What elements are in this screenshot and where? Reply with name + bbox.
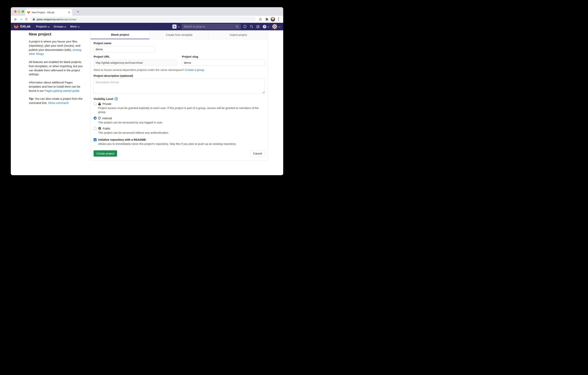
tip-paragraph: Tip: You can also create a project from …	[29, 97, 83, 105]
nav-menu-groups[interactable]: Groups	[52, 23, 68, 30]
search-placeholder: Search or jump to...	[184, 25, 236, 28]
readme-checkbox[interactable]	[94, 138, 97, 141]
tab-close-icon[interactable]: ✕	[68, 11, 70, 14]
page-title: New project	[29, 32, 83, 36]
project-url-input[interactable]	[94, 60, 177, 66]
user-menu[interactable]	[272, 24, 280, 29]
pages-paragraph: Information about additional Pages templ…	[29, 80, 83, 93]
back-icon[interactable]	[13, 17, 18, 22]
public-description: The project can be accessed without any …	[98, 131, 263, 135]
visibility-option-public: Public The project can be accessed witho…	[94, 127, 265, 135]
reload-icon[interactable]	[24, 17, 29, 22]
browser-menu-icon[interactable]	[276, 18, 281, 21]
tab-create-from-template[interactable]: Create from template	[149, 30, 209, 39]
cancel-button[interactable]: Cancel	[250, 150, 265, 157]
window-controls	[14, 11, 24, 13]
internal-description: The project can be accessed by any logge…	[98, 120, 263, 124]
tab-title: New Project · GitLab	[32, 11, 66, 14]
lock-icon	[98, 102, 101, 105]
fullscreen-window-button[interactable]	[22, 11, 24, 13]
gitlab-logo[interactable]: GitLab	[14, 24, 31, 29]
globe-icon	[98, 127, 101, 130]
help-icon: ?	[263, 25, 266, 28]
project-description-textarea[interactable]	[94, 79, 265, 94]
browser-window: New Project · GitLab ✕ + gitlab.widgetco…	[11, 7, 283, 175]
chevron-down-icon	[278, 26, 280, 27]
page-content: New project A project is where you house…	[11, 30, 283, 175]
internal-label[interactable]: Internal	[102, 117, 112, 120]
resize-grip-icon[interactable]	[262, 91, 264, 93]
url-domain: gitlab.widgetcorp.tech	[37, 18, 61, 21]
minimize-window-button[interactable]	[18, 11, 20, 13]
nav-menu-more[interactable]: More	[68, 23, 82, 30]
public-radio[interactable]	[94, 127, 97, 130]
chevron-down-icon	[267, 26, 269, 27]
sidebar-info-column: New project A project is where you house…	[29, 32, 83, 109]
private-description: Project access must be granted explicitl…	[98, 106, 263, 114]
project-name-label: Project name	[94, 42, 265, 45]
create-group-link[interactable]: Create a group.	[185, 68, 205, 71]
browser-profile-avatar[interactable]	[271, 17, 275, 22]
browser-tab-strip: New Project · GitLab ✕ +	[11, 7, 283, 16]
url-path: /projects/new	[61, 18, 76, 21]
show-command-link[interactable]: Show command	[48, 101, 69, 104]
issues-icon[interactable]	[243, 25, 247, 28]
readme-description: Allows you to immediately clone this pro…	[98, 142, 263, 146]
gitlab-navbar: GitLab Projects Groups More + Search or …	[11, 23, 283, 30]
tab-blank-project[interactable]: Blank project	[91, 30, 149, 39]
address-bar[interactable]: gitlab.widgetcorp.tech/projects/new	[30, 17, 256, 22]
help-menu[interactable]: ?	[263, 25, 269, 28]
visibility-level-label: Visibility Level	[94, 97, 113, 100]
extensions-puzzle-icon[interactable]	[264, 17, 269, 22]
chevron-down-icon	[48, 26, 49, 27]
private-label[interactable]: Private	[103, 102, 111, 105]
shield-icon	[98, 117, 101, 120]
create-project-button[interactable]: Create project	[94, 150, 117, 157]
project-url-label: Project URL	[94, 55, 177, 58]
todo-check-icon[interactable]	[256, 25, 260, 28]
new-item-dropdown[interactable]: +	[172, 24, 179, 29]
project-name-input[interactable]	[94, 46, 155, 52]
nav-menu-projects[interactable]: Projects	[34, 23, 52, 30]
features-paragraph: All features are enabled for blank proje…	[29, 60, 83, 77]
gitlab-brand-text: GitLab	[20, 25, 31, 28]
visibility-help-icon[interactable]: ?	[115, 97, 118, 100]
user-avatar	[272, 24, 277, 29]
project-slug-input[interactable]	[182, 60, 265, 66]
tanuki-icon	[14, 24, 19, 29]
close-window-button[interactable]	[14, 11, 16, 13]
tab-import-project[interactable]: Import project	[209, 30, 268, 39]
forward-icon[interactable]	[18, 17, 24, 22]
new-project-panel: Blank project Create from template Impor…	[90, 30, 268, 161]
project-type-tabs: Blank project Create from template Impor…	[91, 30, 268, 39]
lock-icon	[33, 18, 35, 21]
bookmark-star-icon[interactable]	[258, 17, 263, 22]
chevron-down-icon	[78, 26, 79, 27]
browser-tab[interactable]: New Project · GitLab ✕	[25, 9, 72, 16]
plus-icon: +	[172, 24, 177, 29]
visibility-option-internal: Internal The project can be accessed by …	[94, 117, 265, 124]
namespace-hint: Want to house several dependent projects…	[94, 68, 265, 71]
search-input[interactable]: Search or jump to...	[182, 24, 241, 29]
search-icon	[236, 25, 239, 28]
pages-guide-link[interactable]: Pages getting started guide	[44, 89, 79, 92]
chevron-down-icon	[178, 26, 179, 27]
project-slug-label: Project slug	[182, 55, 265, 58]
internal-radio[interactable]	[94, 117, 97, 120]
gitlab-favicon	[27, 11, 30, 14]
merge-request-icon[interactable]	[250, 25, 253, 28]
intro-paragraph: A project is where you house your files …	[29, 39, 83, 56]
project-description-label: Project description (optional)	[94, 74, 265, 77]
chevron-down-icon	[64, 26, 66, 27]
browser-toolbar: gitlab.widgetcorp.tech/projects/new	[11, 16, 283, 23]
readme-label[interactable]: Initialize repository with a README	[98, 138, 146, 141]
private-radio[interactable]	[94, 102, 97, 105]
visibility-option-private: Private Project access must be granted e…	[94, 102, 265, 114]
public-label[interactable]: Public	[103, 127, 110, 130]
new-tab-button[interactable]: +	[75, 9, 81, 15]
